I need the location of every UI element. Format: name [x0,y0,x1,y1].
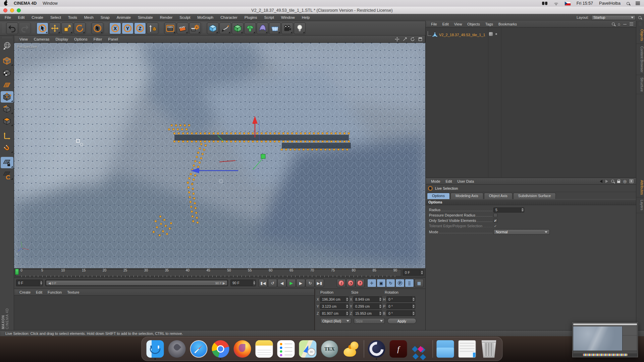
environment-button[interactable] [257,22,268,34]
toolbar-grip[interactable] [32,23,35,33]
dock-item-launchpad[interactable] [168,339,186,359]
apply-button[interactable]: Apply [387,318,416,324]
macos-menu-window[interactable]: Window [43,1,57,6]
app-menu-item-snap[interactable]: Snap [101,15,110,19]
am-menu-item-edit[interactable]: Edit [446,179,452,183]
object-row[interactable]: V2_2_18.37_49.53_tile_1_1 [428,32,485,38]
screen-preview-window[interactable] [572,322,638,357]
dock-item-diamonds-app[interactable] [411,339,430,359]
om-menu-item-tags[interactable]: Tags [485,22,493,26]
polygon-object-icon[interactable] [432,32,437,37]
floor-button[interactable] [269,22,281,34]
keyframe-options-button[interactable]: ? [356,279,365,287]
keyframe-selection-button[interactable]: ▦ [415,279,424,287]
light-button[interactable] [294,22,306,34]
coordinate-mode-dropdown[interactable]: Object (Rel) [320,318,351,324]
app-menu-item-character[interactable]: Character [220,15,237,19]
side-tab-structure[interactable]: Structure [636,75,644,95]
dock-item-finder[interactable] [146,339,165,359]
apple-menu-icon[interactable] [4,1,8,6]
position-x-field[interactable]: 196.304 cm [320,296,349,302]
edges-mode-button[interactable] [1,103,13,115]
snap-button[interactable] [1,142,13,154]
viewport-menu-item-filter[interactable]: Filter [94,37,102,41]
viewport-maximize-icon[interactable] [418,37,423,42]
play-button[interactable]: ▶ [287,279,296,287]
om-menu-item-edit[interactable]: Edit [442,22,449,26]
macos-app-name[interactable]: CINEMA 4D [14,1,37,6]
toolbar-grip[interactable] [2,37,12,39]
lock-icon[interactable] [617,181,620,183]
next-frame-button[interactable]: ▶ [296,279,305,287]
workplane-mode-button[interactable] [1,79,13,90]
viewport-canvas[interactable]: Perspective [14,43,425,268]
texture-mode-button[interactable] [1,67,13,78]
materials-menu-item-create[interactable]: Create [19,290,31,294]
panel-grip[interactable] [15,37,18,42]
toolbar-grip[interactable] [105,23,108,33]
tab-subdivision-surface[interactable]: Subdivision Surface [513,193,556,199]
lock-y-axis-button[interactable]: Y [122,22,133,34]
menubar-clock[interactable]: Fri 15:57 [577,1,593,6]
render-view-button[interactable] [164,22,176,34]
history-back-icon[interactable] [600,180,602,183]
rotation-p-field[interactable]: 0 ° [386,303,415,309]
selection-mode-dropdown[interactable]: Normal [493,229,550,235]
rotation-h-field[interactable]: 0 ° [386,296,415,302]
panel-menu-icon[interactable] [630,22,633,25]
phong-tag-icon[interactable] [489,32,493,36]
enable-axis-button[interactable] [1,130,13,141]
current-frame-field[interactable]: 0 F [403,269,424,276]
app-menu-item-sculpt[interactable]: Sculpt [179,15,190,19]
dock-item-texshop[interactable]: TEX [320,339,339,359]
visibility-dot-icon[interactable] [495,33,497,35]
app-menu-item-window[interactable]: Window [281,15,295,19]
side-tab-objects[interactable]: Objects [636,27,644,44]
focus-icon[interactable]: ◎ [623,179,627,183]
key-rotation-button[interactable]: ↻ [386,279,395,287]
tab-modeling-axis[interactable]: Modeling Axis [450,193,483,199]
key-parameter-button[interactable]: P [395,279,405,287]
app-menu-item-create[interactable]: Create [32,15,43,19]
dock-item-files-preview[interactable] [458,339,477,359]
app-menu-item-script[interactable]: Script [264,15,274,19]
om-menu-item-file[interactable]: File [431,22,437,26]
add-cube-primitive-button[interactable] [207,22,219,34]
viewport-menu-item-cameras[interactable]: Cameras [34,37,50,41]
viewport-pan-icon[interactable] [394,37,400,42]
app-menu-item-plugins[interactable]: Plugins [245,15,257,19]
subdivision-surface-button[interactable] [232,22,244,34]
app-menu-item-render[interactable]: Render [160,15,173,19]
position-y-field[interactable]: 3.123 cm [320,303,349,309]
rotation-b-field[interactable]: 0 ° [386,310,415,316]
dock-item-notes[interactable] [255,339,274,359]
materials-menu-item-edit[interactable]: Edit [36,290,42,294]
lock-z-axis-button[interactable]: Z [134,22,146,34]
dock-item-maps[interactable] [299,339,317,359]
planar-workplane-button[interactable] [1,169,13,180]
make-editable-button[interactable] [1,40,13,52]
viewport-menu-item-display[interactable]: Display [55,37,68,41]
key-position-button[interactable]: ✛ [367,279,376,287]
key-point-level-button[interactable]: ⣿ [405,279,414,287]
home-icon[interactable]: ⌂ [618,22,620,26]
czech-flag-icon[interactable] [565,2,571,5]
app-menu-item-tools[interactable]: Tools [68,15,77,19]
materials-menu-item-texture[interactable]: Texture [67,290,79,294]
camera-button[interactable] [281,22,293,34]
size-y-field[interactable]: 0.299 cm [353,303,382,309]
side-tab-attributes[interactable]: Attributes [636,178,644,197]
toolbar-grip[interactable] [2,23,5,33]
menubar-user[interactable]: PavelHolba [599,1,621,6]
strip-grip[interactable] [639,22,642,26]
autokey-button[interactable]: ◔ [346,279,355,287]
size-x-field[interactable]: 8.949 cm [353,296,382,302]
pressure-dependent-radius-checkbox[interactable] [493,213,497,217]
stepper[interactable] [420,270,423,275]
search-icon[interactable] [612,22,615,25]
loop-button[interactable]: ↻ [306,279,315,287]
app-menu-item-file[interactable]: File [5,15,11,19]
app-menu-item-mesh[interactable]: Mesh [84,15,94,19]
app-menu-item-animate[interactable]: Animate [117,15,131,19]
only-select-visible-checkbox[interactable]: ✔ [493,219,497,223]
